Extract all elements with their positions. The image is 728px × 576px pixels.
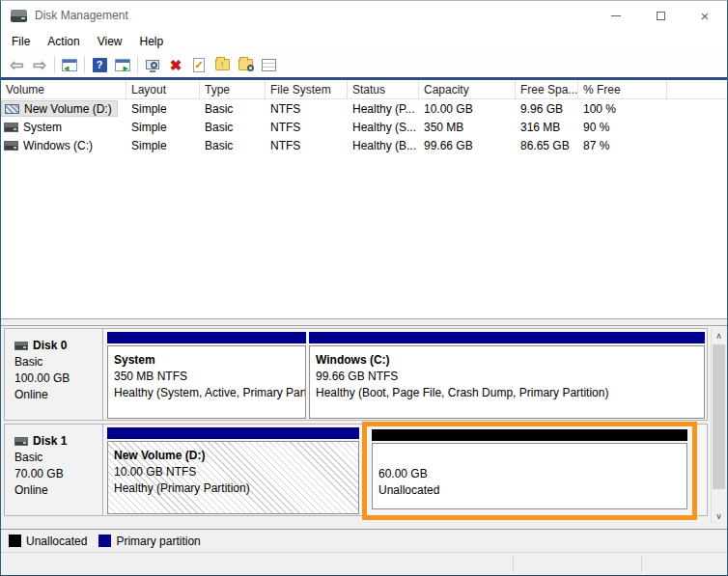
volume-list-header: Volume Layout Type File System Status Ca… [1,80,727,99]
partition-status: Healthy (Boot, Page File, Crash Dump, Pr… [316,385,704,401]
title-bar: Disk Management × [1,1,727,30]
help-button[interactable]: ? [88,54,111,75]
column-header-volume[interactable]: Volume [1,80,126,99]
primary-partition-swatch-icon [98,535,111,547]
column-header-free-space[interactable]: Free Spa... [516,80,578,99]
mark-partition-active-button[interactable]: ✓ [187,54,210,75]
disk-size: 70.00 GB [14,466,97,482]
disk-size: 100.00 GB [14,370,97,387]
volume-drive-icon [4,123,18,132]
disk-icon [14,342,28,350]
open-button[interactable]: ↑ [210,54,234,75]
cell-free-space: 316 MB [516,118,578,136]
disk-label: Disk 0 [33,338,67,354]
cell-layout: Simple [126,136,200,154]
column-header-layout[interactable]: Layout [126,80,200,99]
primary-partition-band [309,332,705,343]
scroll-down-arrow-icon[interactable]: ∨ [712,508,726,524]
toolbar-separator [84,56,85,73]
scrollbar-thumb[interactable] [713,344,725,489]
maximize-button[interactable] [638,1,683,30]
partition-status: Healthy (Primary Partition) [114,480,358,497]
volume-drive-icon [5,104,19,114]
back-button[interactable]: ⇦ [5,54,28,75]
action-pane-icon: ▶ [115,59,130,71]
console-tree-icon: ◀ [62,59,77,71]
cell-file-system: NTFS [266,118,348,136]
forward-arrow-icon: ⇨ [33,57,46,73]
menu-help[interactable]: Help [131,32,173,51]
cell-free-space: 9.96 GB [516,99,578,118]
graph-scrollbar[interactable]: ∧ ∨ [711,328,726,524]
partition-new-volume-d[interactable]: New Volume (D:) 10.00 GB NTFS Healthy (P… [107,427,359,515]
status-bar [1,552,727,575]
folder-open-icon: ↑ [215,59,230,70]
show-action-pane-button[interactable]: ▶ [111,54,134,75]
toolbar-separator [54,56,55,73]
column-header-status[interactable]: Status [348,80,419,99]
cell-layout: Simple [126,118,200,136]
partition-status: Unallocated [378,482,686,499]
delete-x-icon: ✖ [170,58,182,72]
disk-0-row: Disk 0 Basic 100.00 GB Online System 350… [4,328,708,421]
partition-detail: 10.00 GB NTFS [114,464,358,480]
disk-status: Online [14,387,97,403]
show-console-tree-button[interactable]: ◀ [58,54,81,75]
disk-0-info[interactable]: Disk 0 Basic 100.00 GB Online [5,329,103,420]
column-header-file-system[interactable]: File System [266,80,348,99]
disk-1-info[interactable]: Disk 1 Basic 70.00 GB Online [5,425,103,515]
menu-view[interactable]: View [89,32,131,51]
partition-name [378,450,686,466]
disk-1-row: Disk 1 Basic 70.00 GB Online New Volume … [4,424,708,516]
legend-primary-partition-label: Primary partition [116,535,200,548]
minimize-button[interactable] [594,1,638,30]
volume-name: Windows (C:) [23,139,93,152]
partition-name: New Volume (D:) [114,448,358,464]
table-row-windows-c[interactable]: Windows (C:) Simple Basic NTFS Healthy (… [1,136,727,154]
refresh-button[interactable] [141,54,164,75]
menu-file[interactable]: File [3,32,39,51]
explore-button[interactable] [234,54,257,75]
disk-0-partitions: System 350 MB NTFS Healthy (System, Acti… [103,329,707,420]
close-button[interactable]: × [683,1,727,30]
cell-pct-free: 100 % [578,99,667,118]
table-row-system[interactable]: System Simple Basic NTFS Healthy (S... 3… [1,118,727,136]
cell-type: Basic [200,99,266,118]
properties-button[interactable] [257,54,280,75]
toolbar: ⇦ ⇨ ◀ ? ▶ ✖ ✓ ↑ [1,52,727,77]
computer-search-icon [146,60,159,69]
scroll-up-arrow-icon[interactable]: ∧ [712,328,726,343]
partition-unallocated[interactable]: 60.00 GB Unallocated [367,429,692,509]
column-header-capacity[interactable]: Capacity [419,80,516,99]
disk-1-partitions: New Volume (D:) 10.00 GB NTFS Healthy (P… [103,425,707,515]
graphical-view-pane: Disk 0 Basic 100.00 GB Online System 350… [1,326,727,529]
toolbar-separator [137,56,138,73]
primary-partition-band [107,427,359,439]
disk-kind: Basic [14,354,97,370]
partition-system[interactable]: System 350 MB NTFS Healthy (System, Acti… [107,332,306,420]
legend-unallocated-label: Unallocated [26,535,87,548]
close-icon: × [701,9,710,23]
minimize-icon [611,15,621,16]
menu-action[interactable]: Action [39,32,88,51]
column-header-pct-free[interactable]: % Free [578,80,667,99]
pane-splitter[interactable] [1,318,727,326]
column-header-type[interactable]: Type [200,80,266,99]
help-icon: ? [93,58,107,72]
disk-management-window: Disk Management × File Action View Help … [0,0,728,576]
cell-file-system: NTFS [266,99,348,118]
partition-name: Windows (C:) [316,352,704,369]
partition-windows-c[interactable]: Windows (C:) 99.66 GB NTFS Healthy (Boot… [309,332,705,420]
cell-layout: Simple [126,99,200,118]
cell-capacity: 10.00 GB [419,99,516,118]
partition-status: Healthy (System, Active, Primary Partiti… [114,385,305,401]
volume-name: System [23,121,62,134]
forward-button[interactable]: ⇨ [28,54,51,75]
back-arrow-icon: ⇦ [10,57,23,73]
delete-volume-button[interactable]: ✖ [164,54,187,75]
folder-explore-icon [238,59,253,70]
disk-label: Disk 1 [33,433,67,450]
cell-file-system: NTFS [266,136,348,154]
cell-status: Healthy (P... [348,99,419,118]
table-row-new-volume[interactable]: New Volume (D:) Simple Basic NTFS Health… [1,99,727,118]
